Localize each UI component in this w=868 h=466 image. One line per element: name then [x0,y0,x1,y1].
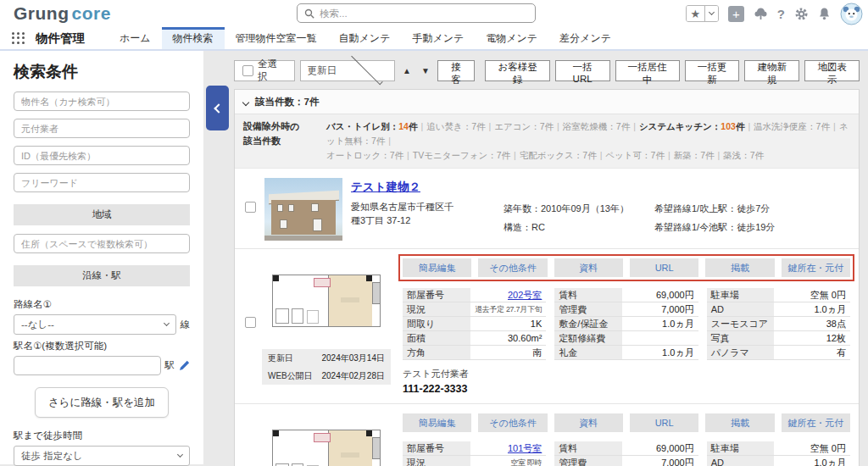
sort-descending-button[interactable]: ▼ [419,66,432,75]
toolbar-action-3[interactable]: 一括更新 [685,60,740,81]
select-all-control[interactable]: 全選択 [234,60,295,81]
star-icon: ★ [691,8,701,20]
nav-tab-6[interactable]: 差分メンテ [548,27,622,49]
result-count-row[interactable]: 該当件数：7件 [235,90,859,114]
chevron-down-icon [352,53,383,85]
edit-pencil-icon[interactable] [179,360,190,371]
toolbar-action-1[interactable]: 一括URL [555,60,610,81]
unit-action-button-0[interactable]: 簡易編集 [403,258,471,277]
nav-tab-1[interactable]: 物件検索 [162,27,225,49]
results-panel: 該当件数：7件 設備除外時の 該当件数 バス・トイレ別：14件|追い焚き：7件|… [234,89,860,466]
field-label: 管理費 [554,302,622,316]
floorplan-image[interactable] [262,409,391,466]
field-value: 空無 0円 [774,288,850,302]
line-name-label: 路線名① [14,298,190,311]
unit-action-button-2[interactable]: 資料 [554,258,623,277]
reception-button[interactable]: 接客 [437,60,476,81]
stat-separator: | [388,136,391,146]
unit-action-button-3[interactable]: URL [630,413,698,432]
walk-time-select[interactable]: 徒歩 指定なし [14,446,190,466]
notifications-button[interactable] [818,7,831,21]
unit-action-button-2[interactable]: 資料 [554,413,623,432]
sort-ascending-button[interactable]: ▲ [400,66,414,75]
station-input[interactable] [14,356,161,375]
building-checkbox[interactable] [245,202,256,213]
region-section-button[interactable]: 地域 [14,204,190,225]
unit-action-button-4[interactable]: 掲載 [705,413,774,432]
floorplan-image[interactable] [262,254,391,347]
id-input[interactable] [14,146,190,165]
apps-tree-button[interactable] [754,7,768,21]
toolbar-action-4[interactable]: 建物新規 [744,60,799,81]
waffle-menu-icon[interactable] [12,32,25,44]
equipment-stat: 浴室乾燥機：7件 [563,121,630,131]
select-all-checkbox[interactable] [242,65,253,76]
station-suffix: 駅 [165,359,175,372]
line-select[interactable]: --なし-- [14,314,176,335]
nav-tabs: ホーム物件検索管理物件空室一覧自動メンテ手動メンテ電物メンテ差分メンテ [108,27,622,49]
field-value: 1.0ヵ月 [622,317,698,330]
nav-tab-4[interactable]: 手動メンテ [401,27,475,49]
global-search[interactable] [297,3,536,23]
unit-field-row: スーモスコア38点 [707,317,850,331]
module-nav-bar: 物件管理 ホーム物件検索管理物件空室一覧自動メンテ手動メンテ電物メンテ差分メンテ [0,27,868,51]
field-label: 現況 [403,302,470,316]
unit-action-button-5[interactable]: 鍵所在・元付 [782,413,850,432]
equipment-stat: 追い焚き：7件 [426,121,485,131]
unit-action-bar: 簡易編集その他条件資料URL掲載鍵所在・元付 [403,258,850,277]
settings-button[interactable] [794,7,809,21]
line-station-section-button[interactable]: 沿線・駅 [14,265,190,286]
nav-tab-5[interactable]: 電物メンテ [475,27,548,49]
unit-action-button-0[interactable]: 簡易編集 [403,413,471,432]
unit-action-button-5[interactable]: 鍵所在・元付 [782,258,850,277]
nav-tab-0[interactable]: ホーム [108,27,162,49]
address-input[interactable] [14,234,190,253]
add-button[interactable]: + [728,6,744,22]
building-route-2: 希望路線1/今池駅：徒歩19分 [654,218,775,236]
unit-action-button-3[interactable]: URL [630,258,698,277]
unit-action-button-4[interactable]: 掲載 [705,258,774,277]
field-label: 礼金 [554,346,622,359]
room-number-link[interactable]: 202号室 [508,289,542,302]
user-avatar[interactable] [840,3,863,25]
select-all-label: 全選択 [258,58,287,83]
sidebar-collapse-button[interactable] [206,86,229,130]
freeword-input[interactable] [14,173,190,192]
updated-date-label: 更新日 [268,352,293,364]
toolbar-action-2[interactable]: 一括居住中 [615,60,680,81]
agent-input[interactable] [14,119,190,138]
property-name-input[interactable] [14,92,190,111]
add-line-station-button[interactable]: さらに路線・駅を追加 [35,387,169,418]
field-value: 101号室 [470,441,547,455]
walk-time-label: 駅まで徒歩時間 [14,430,190,442]
field-label: 部屋番号 [403,288,470,302]
logo-part2: core [72,3,111,23]
equipment-stat: TVモニターフォン：7件 [413,150,510,160]
favorite-dropdown-button[interactable] [705,6,718,21]
unit-field-row: 賃料69,000円 [554,441,698,456]
field-value: 12枚 [774,331,850,345]
stat-separator: | [718,150,721,160]
help-button[interactable]: ? [777,7,785,21]
unit-field-row: パノラマ有 [707,346,850,360]
sort-select[interactable]: 更新日 [300,60,395,81]
building-photo[interactable] [264,178,342,241]
field-value: 空室 即時 [470,456,547,466]
unit-checkbox[interactable] [245,317,256,328]
sidebar-title: 検索条件 [14,61,190,83]
unit-field-row: 賃料69,000円 [554,288,698,302]
toolbar-action-5[interactable]: 地図表示 [804,60,860,81]
field-value: 69,000円 [622,288,698,302]
unit-action-button-1[interactable]: その他条件 [478,258,547,277]
global-search-input[interactable] [320,8,528,19]
nav-tab-3[interactable]: 自動メンテ [328,27,402,49]
favorite-star-button[interactable]: ★ [687,6,705,21]
toolbar-action-0[interactable]: お客様登録 [485,60,549,81]
unit-action-bar: 簡易編集その他条件資料URL掲載鍵所在・元付 [403,413,850,432]
app-logo[interactable]: Grungcore [14,3,111,24]
unit-action-button-1[interactable]: その他条件 [478,413,547,432]
room-number-link[interactable]: 101号室 [508,442,542,455]
building-name-link[interactable]: テスト建物２ [351,180,420,195]
nav-tab-2[interactable]: 管理物件空室一覧 [225,27,328,49]
unit-detail-table: 部屋番号101号室現況空室 即時間取り1K面積30.60m²方角南賃料69,00… [403,441,850,466]
